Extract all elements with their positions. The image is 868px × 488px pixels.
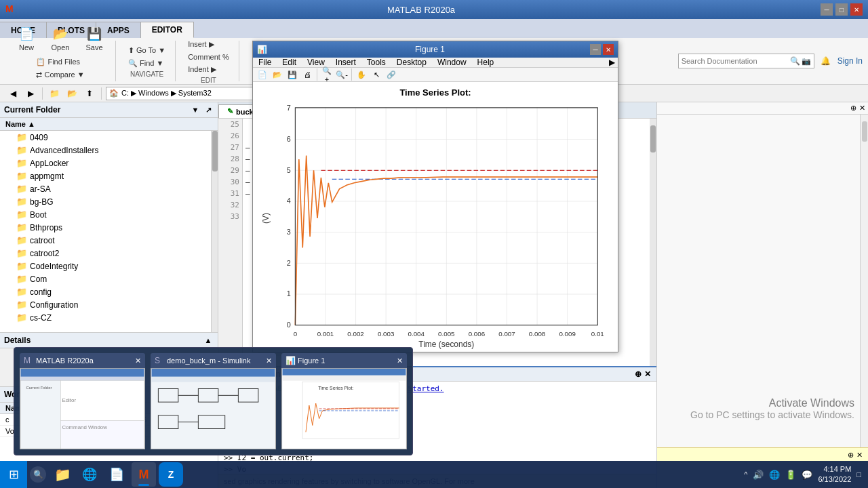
popup-figure-close[interactable]: ✕ xyxy=(397,357,403,365)
camera-icon[interactable]: 📷 xyxy=(802,57,811,66)
ribbon-group-file: 📄 New 📂 Open 💾 Save 📋 Find Files ⇄ Compa… xyxy=(5,41,116,81)
folder-item-appmgmt[interactable]: 📁 appmgmt xyxy=(0,169,218,182)
fig-cursor-btn[interactable]: ↖ xyxy=(370,68,383,81)
figure-close-button[interactable]: ✕ xyxy=(603,44,614,55)
find-files-button[interactable]: 📋 Find Files xyxy=(32,56,88,68)
tray-notification[interactable]: 💬 xyxy=(802,470,812,480)
popup-simulink-preview[interactable] xyxy=(151,368,276,449)
fig-print-btn[interactable]: 🖨 xyxy=(300,68,314,81)
folder-item-configuration[interactable]: 📁 Configuration xyxy=(0,298,218,311)
new-button[interactable]: 📄 New xyxy=(11,21,42,55)
tray-icon-1[interactable]: ^ xyxy=(744,470,747,479)
folder-item-com[interactable]: 📁 Com xyxy=(0,272,218,285)
tray-icon-2[interactable]: 🔊 xyxy=(753,470,764,480)
taskbar-search-button[interactable]: 🔍 xyxy=(30,466,46,483)
plot-svg: 0 1 2 3 4 5 6 7 (V) 0 0.001 0.002 0.003 … xyxy=(258,100,612,351)
folder-item-bg-bg[interactable]: 📁 bg-BG xyxy=(0,195,218,208)
popup-figure-preview[interactable]: Time Series Plot: xyxy=(281,368,407,449)
folder-scrollbar[interactable] xyxy=(211,131,218,332)
back-button[interactable]: ◀ xyxy=(5,87,20,100)
notification-center-btn[interactable]: □ xyxy=(856,470,861,479)
info-expand-icon[interactable]: ⊕ xyxy=(848,451,854,460)
minimize-button[interactable]: ─ xyxy=(821,3,833,16)
folder-item-catroot[interactable]: 📁 catroot xyxy=(0,234,218,247)
command-close-icon[interactable]: ✕ xyxy=(644,369,651,379)
signin-button[interactable]: Sign In xyxy=(837,56,863,66)
figure-menu-file[interactable]: File xyxy=(256,58,274,67)
tab-editor[interactable]: EDITOR xyxy=(141,22,194,38)
compare-button[interactable]: ⇄ Compare ▼ xyxy=(32,69,88,81)
fig-open-btn[interactable]: 📂 xyxy=(271,68,284,81)
open-button[interactable]: 📂 Open xyxy=(45,21,76,55)
fig-zoom-out-btn[interactable]: 🔍- xyxy=(335,68,349,81)
popup-simulink-close[interactable]: ✕ xyxy=(266,357,272,365)
fig-save-btn[interactable]: 💾 xyxy=(285,68,299,81)
plot-title: Time Series Plot: xyxy=(258,87,612,98)
right-panel-icon-1[interactable]: ⊕ xyxy=(850,104,856,113)
folder-item-catroot2[interactable]: 📁 catroot2 xyxy=(0,247,218,260)
svg-text:(V): (V) xyxy=(261,213,271,224)
right-panel-icon-2[interactable]: ✕ xyxy=(859,104,865,113)
tray-icon-3[interactable]: 🌐 xyxy=(769,470,780,480)
find-button[interactable]: 🔍 Find ▼ xyxy=(124,58,170,69)
taskbar-zoom[interactable]: Z xyxy=(159,462,183,487)
maximize-button[interactable]: □ xyxy=(835,3,848,16)
figure-menu-window[interactable]: Window xyxy=(435,58,469,67)
folder-item-appLocker[interactable]: 📁 AppLocker xyxy=(0,157,218,169)
folder-item-ar-sa[interactable]: 📁 ar-SA xyxy=(0,182,218,195)
editor-scrollbar[interactable] xyxy=(650,119,656,366)
search-input[interactable] xyxy=(682,57,790,65)
taskbar-acrobat[interactable]: 📄 xyxy=(104,462,129,487)
taskbar-chrome[interactable]: 🌐 xyxy=(77,462,102,487)
folder-item-codeintegrity[interactable]: 📁 CodeIntegrity xyxy=(0,260,218,272)
start-button[interactable]: ⊞ xyxy=(0,461,27,488)
folder-item-bthprops[interactable]: 📁 Bthprops xyxy=(0,221,218,234)
folder-icon: 📁 xyxy=(16,274,27,284)
figure-menu-edit[interactable]: Edit xyxy=(279,58,299,67)
popup-matlab-preview[interactable]: Current Folder Editor Command Window xyxy=(20,368,145,449)
notification-icon[interactable]: 🔔 xyxy=(818,54,833,68)
folder-icon: 📁 xyxy=(16,158,27,168)
taskbar-matlab[interactable]: M xyxy=(132,462,156,487)
search-submit-icon[interactable]: 🔍 xyxy=(790,56,800,66)
figure-menu-desktop[interactable]: Desktop xyxy=(394,58,429,67)
svg-text:2: 2 xyxy=(287,259,291,267)
details-collapse-icon[interactable]: ▲ xyxy=(203,335,214,346)
folder-list: 📁 0409 📁 AdvancedInstallers 📁 AppLocker … xyxy=(0,131,218,332)
figure-minimize-button[interactable]: ─ xyxy=(590,44,601,55)
indent-button[interactable]: Indent ▶ xyxy=(184,64,233,75)
up-button[interactable]: ⬆ xyxy=(82,87,97,100)
info-close-icon[interactable]: ✕ xyxy=(856,451,863,460)
figure-menu-tools[interactable]: Tools xyxy=(364,58,389,67)
undock-icon[interactable]: ↗ xyxy=(203,104,214,115)
folder-item-config[interactable]: 📁 config xyxy=(0,285,218,298)
folder-btn-2[interactable]: 📂 xyxy=(64,87,79,100)
folder-item-advanced[interactable]: 📁 AdvancedInstallers xyxy=(0,144,218,157)
comment-button[interactable]: Comment % xyxy=(184,52,233,62)
folder-item-cs-cz[interactable]: 📁 cs-CZ xyxy=(0,311,218,324)
right-scrollbar[interactable] xyxy=(860,115,868,447)
close-button[interactable]: ✕ xyxy=(850,3,863,16)
figure-menu-insert[interactable]: Insert xyxy=(333,58,359,67)
collapse-icon[interactable]: ▼ xyxy=(190,104,201,115)
insert-button[interactable]: Insert ▶ xyxy=(184,39,233,50)
fig-pan-btn[interactable]: ✋ xyxy=(355,68,368,81)
figure-expand-icon[interactable]: ▶ xyxy=(609,58,615,67)
forward-button[interactable]: ▶ xyxy=(23,87,38,100)
taskbar-clock[interactable]: 4:14 PM 6/13/2022 xyxy=(818,464,851,485)
popup-matlab-close[interactable]: ✕ xyxy=(135,357,141,365)
tray-icon-4[interactable]: 🔋 xyxy=(785,470,796,480)
folder-item-boot[interactable]: 📁 Boot xyxy=(0,208,218,221)
save-button[interactable]: 💾 Save xyxy=(79,21,110,55)
navigate-group-label: NAVIGATE xyxy=(130,70,163,78)
command-expand-icon[interactable]: ⊕ xyxy=(635,369,642,379)
fig-link-btn[interactable]: 🔗 xyxy=(384,68,398,81)
taskbar-file-explorer[interactable]: 📁 xyxy=(50,462,75,487)
folder-item-0409[interactable]: 📁 0409 xyxy=(0,131,218,144)
folder-btn-1[interactable]: 📁 xyxy=(47,87,62,100)
fig-new-btn[interactable]: 📄 xyxy=(256,68,269,81)
figure-menu-help[interactable]: Help xyxy=(475,58,497,67)
go-to-button[interactable]: ⬆ Go To ▼ xyxy=(124,45,170,56)
separator-1 xyxy=(42,87,43,100)
fig-zoom-in-btn[interactable]: 🔍+ xyxy=(320,68,334,81)
